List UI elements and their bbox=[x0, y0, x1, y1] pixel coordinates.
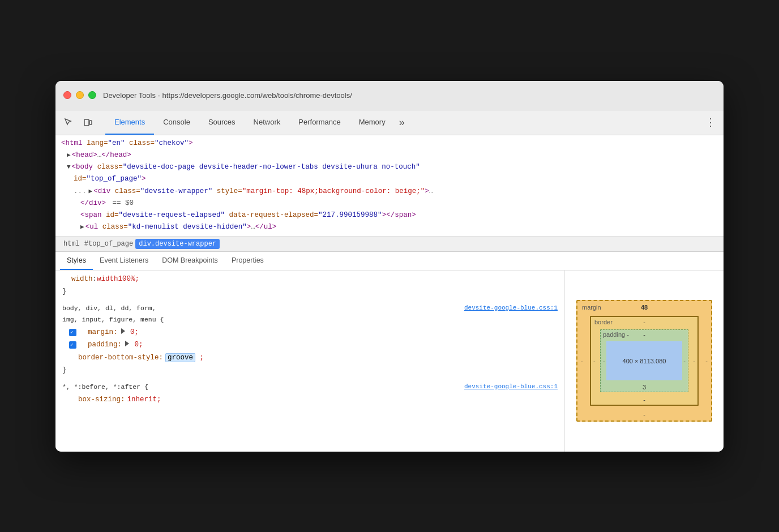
css-line-closing2: } bbox=[62, 364, 558, 377]
css-val-width: width bbox=[97, 273, 118, 286]
tab-elements[interactable]: Elements bbox=[105, 110, 154, 135]
padding-checkbox[interactable] bbox=[69, 341, 76, 349]
toolbar: Elements Console Sources Network Perform… bbox=[55, 110, 724, 135]
css-link-1[interactable]: devsite-google-blue.css:1 bbox=[464, 303, 558, 314]
padding-left-val: - bbox=[603, 358, 605, 364]
dom-line-html[interactable]: <html lang="en" class="chekov"> bbox=[60, 138, 719, 149]
box-model-diagram: margin 48 - - - border - - - - paddi bbox=[576, 300, 712, 422]
window-title: Developer Tools - https://developers.goo… bbox=[103, 91, 352, 100]
box-model-panel: margin 48 - - - border - - - - paddi bbox=[565, 271, 724, 452]
border-bottom-val: - bbox=[643, 396, 645, 403]
margin-checkbox[interactable] bbox=[69, 329, 76, 336]
breadcrumb-html[interactable]: html bbox=[61, 239, 82, 249]
css-rule-body: body, div, dl, dd, form, devsite-google-… bbox=[62, 303, 558, 377]
css-line-margin: margin: 0; bbox=[62, 326, 558, 339]
expand-head-arrow[interactable]: ▶ bbox=[67, 150, 71, 161]
css-prop-margin: margin: bbox=[88, 326, 118, 339]
padding-right-val: - bbox=[683, 358, 686, 364]
expand-body-arrow[interactable]: ▼ bbox=[67, 162, 71, 173]
padding-top-val: - bbox=[643, 331, 645, 338]
breadcrumb: html #top_of_page div.devsite-wrapper bbox=[55, 237, 724, 252]
dom-line-div-wrapper[interactable]: ... ▶<div class="devsite-wrapper" style=… bbox=[60, 186, 719, 198]
tab-sources[interactable]: Sources bbox=[199, 110, 245, 135]
css-prop-border: border-bottom-style: bbox=[78, 351, 163, 364]
padding-bottom-val: 3 bbox=[643, 384, 646, 391]
css-prop-boxsizing: box-sizing: bbox=[78, 393, 125, 406]
css-line-closing1: } bbox=[62, 285, 558, 298]
border-right-val: - bbox=[693, 358, 695, 364]
devtools-menu-button[interactable]: ⋮ bbox=[702, 114, 719, 131]
css-val-inherit: inherit; bbox=[127, 393, 161, 406]
border-label: border bbox=[594, 319, 613, 325]
border-left-val: - bbox=[593, 358, 596, 364]
box-model-content: 400 × 8113.080 bbox=[606, 341, 682, 380]
tab-console[interactable]: Console bbox=[154, 110, 199, 135]
tab-styles[interactable]: Styles bbox=[60, 252, 93, 270]
device-toggle-icon[interactable] bbox=[79, 114, 96, 131]
close-button[interactable] bbox=[63, 91, 71, 99]
maximize-button[interactable] bbox=[88, 91, 96, 99]
toolbar-icons bbox=[60, 114, 96, 131]
box-model-padding: padding - - 3 - - 400 × 8113.080 bbox=[600, 329, 688, 392]
svg-rect-0 bbox=[84, 119, 89, 126]
devtools-window: Developer Tools - https://developers.goo… bbox=[55, 81, 724, 452]
tab-performance[interactable]: Performance bbox=[289, 110, 349, 135]
traffic-lights bbox=[63, 91, 96, 99]
inspect-icon[interactable] bbox=[60, 114, 77, 131]
breadcrumb-div-wrapper[interactable]: div.devsite-wrapper bbox=[135, 239, 220, 249]
padding-label: padding - bbox=[603, 331, 629, 338]
css-prop-padding: padding: bbox=[88, 338, 122, 351]
box-model-margin: margin 48 - - - border - - - - paddi bbox=[576, 300, 712, 422]
breadcrumb-top-of-page[interactable]: #top_of_page bbox=[82, 239, 135, 249]
css-selector-line2: img, input, figure, menu { bbox=[62, 314, 558, 326]
tab-properties[interactable]: Properties bbox=[225, 252, 271, 270]
margin-bottom-val: - bbox=[643, 411, 645, 418]
margin-expand-icon[interactable] bbox=[121, 328, 125, 334]
dom-line-span[interactable]: <span id="devsite-request-elapsed" data-… bbox=[60, 209, 719, 221]
css-line-border: border-bottom-style: groove ; bbox=[62, 351, 558, 364]
tab-bar: Elements Console Sources Network Perform… bbox=[105, 110, 409, 135]
css-prop-width: width bbox=[71, 273, 93, 286]
css-line-width: width : width 100%; bbox=[62, 273, 558, 286]
dom-line-body-id: id="top_of_page"> bbox=[60, 173, 719, 185]
toolbar-menu: ⋮ bbox=[702, 114, 719, 131]
css-val-groove: groove bbox=[165, 353, 195, 362]
title-bar: Developer Tools - https://developers.goo… bbox=[55, 81, 724, 110]
margin-right-val: - bbox=[705, 358, 708, 364]
css-val-width-val: 100%; bbox=[118, 273, 140, 286]
css-rule-universal: *, *:before, *:after { devsite-google-bl… bbox=[62, 381, 558, 406]
padding-expand-icon[interactable] bbox=[125, 341, 129, 346]
margin-left-val: - bbox=[581, 358, 583, 364]
border-top-val: - bbox=[643, 319, 645, 325]
dom-line-ul[interactable]: ▶<ul class="kd-menulist devsite-hidden">… bbox=[60, 221, 719, 233]
css-link-2[interactable]: devsite-google-blue.css:1 bbox=[464, 381, 558, 393]
css-rule3-selector: *, *:before, *:after { devsite-google-bl… bbox=[62, 381, 558, 393]
more-tabs-button[interactable]: » bbox=[395, 110, 409, 135]
tab-event-listeners[interactable]: Event Listeners bbox=[93, 252, 155, 270]
box-model-border: border - - - - padding - - 3 - - bbox=[590, 316, 699, 406]
tab-memory[interactable]: Memory bbox=[350, 110, 395, 135]
content-size: 400 × 8113.080 bbox=[623, 358, 666, 364]
dom-line-closing-div[interactable]: </div> == $0 bbox=[60, 198, 719, 209]
minimize-button[interactable] bbox=[76, 91, 84, 99]
css-line-padding: padding: 0; bbox=[62, 338, 558, 351]
expand-div-arrow[interactable]: ▶ bbox=[89, 186, 93, 197]
css-line-boxsizing: box-sizing: inherit; bbox=[62, 393, 558, 406]
style-tabs: Styles Event Listeners DOM Breakpoints P… bbox=[55, 252, 724, 271]
css-rule-width: width : width 100%; } bbox=[62, 273, 558, 298]
dom-line-head[interactable]: ▶<head>…</head> bbox=[60, 149, 719, 161]
css-selector-line: body, div, dl, dd, form, devsite-google-… bbox=[62, 303, 558, 315]
margin-label: margin bbox=[582, 304, 601, 311]
styles-panel: width : width 100%; } body, div, dl, dd,… bbox=[55, 271, 565, 452]
expand-ul-arrow[interactable]: ▶ bbox=[80, 222, 84, 233]
dom-line-body[interactable]: ▼<body class="devsite-doc-page devsite-h… bbox=[60, 161, 719, 173]
tab-dom-breakpoints[interactable]: DOM Breakpoints bbox=[155, 252, 225, 270]
dom-tree-panel: <html lang="en" class="chekov"> ▶<head>…… bbox=[55, 135, 724, 237]
css-selector-text: body, div, dl, dd, form, bbox=[62, 303, 156, 315]
svg-rect-1 bbox=[89, 121, 92, 125]
margin-top-val: 48 bbox=[641, 304, 648, 311]
main-content: width : width 100%; } body, div, dl, dd,… bbox=[55, 271, 724, 452]
tab-network[interactable]: Network bbox=[245, 110, 290, 135]
